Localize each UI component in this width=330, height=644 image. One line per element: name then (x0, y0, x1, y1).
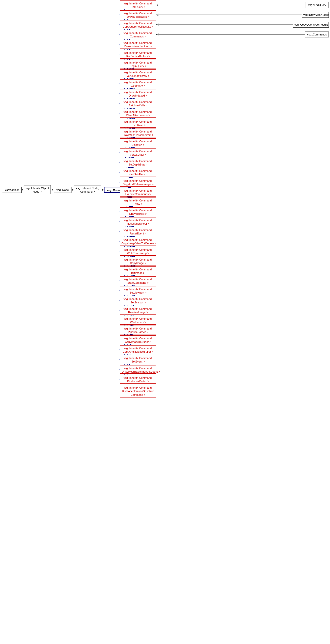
inherit-setdepthbias-box: vsg::Inherit< Command,SetDepthBias > (120, 158, 156, 167)
inherit-setevent-box: vsg::Inherit< Command,SetEvent > (120, 355, 156, 364)
inherit-resetquerypool-box: vsg::Inherit< Command,ResetQueryPool > (120, 217, 156, 226)
drawmeshtasks-label: vsg::DrawMeshTasks (302, 12, 329, 18)
vsg-node-node: vsg::Node (54, 187, 72, 193)
inherit-vertexdraw-box: vsg::Inherit< Command,VertexDraw > (120, 148, 156, 157)
inherit-tracerays-box: vsg::Inherit< Command,TraceRays > (120, 119, 156, 128)
inherit-drawindexedindirect-box: vsg::Inherit< Command,DrawIndexedIndirec… (120, 40, 156, 49)
inherit-vertexindexdraw-box: vsg::Inherit< Command,VertexIndexDraw > (120, 70, 156, 78)
inherit-copyquerypoolresults-box: vsg::Inherit< Command,CopyQueryPoolResul… (120, 20, 156, 29)
diagram-arrows (0, 0, 330, 644)
copyquerypoolresults-label: vsg::CopyQueryPoolResults (293, 22, 329, 28)
inherit-nextsubpass-box: vsg::Inherit< Command,NextSubPass > (120, 168, 156, 177)
inherit-copyandreleasebuffer-box: vsg::Inherit< Command,CopyAndReleaseBuff… (120, 345, 156, 354)
inherit-copyimageviewtowindow-box: vsg::Inherit< Command,CopyImageViewToWin… (120, 237, 156, 246)
inherit-commands-box: vsg::Inherit< Command,Commands > (120, 30, 156, 39)
diagram-container: vsg::Object vsg::Inherit< Object,Node > … (0, 0, 330, 644)
inherit-copyandreleaseimage-box: vsg::Inherit< Command,CopyAndReleaseImag… (120, 178, 156, 187)
inherit-buildaccelerationstructure-box: vsg::Inherit< Command,BuildAccelerationS… (120, 385, 156, 398)
inherit-clearattachments-box: vsg::Inherit< Command,ClearAttachments > (120, 109, 156, 118)
inherit-drawindirect-box: vsg::Inherit< Command,DrawIndirect > (120, 207, 156, 216)
inherit-object-node-node: vsg::Inherit< Object,Node > (24, 185, 51, 194)
inherit-drawindexed-box: vsg::Inherit< Command,DrawIndexed > (120, 89, 156, 98)
inherit-bindvertexbuffers-box: vsg::Inherit< Command,BindVertexBuffers … (120, 50, 156, 58)
inherit-resolveimage-box: vsg::Inherit< Command,ResolveImage > (120, 306, 156, 315)
inherit-writetimestamp-box: vsg::Inherit< Command,WriteTimestamp > (120, 247, 156, 256)
inherit-executecommands-box: vsg::Inherit< Command,ExecuteCommands > (120, 188, 156, 196)
inherit-dispatch-box: vsg::Inherit< Command,Dispatch > (120, 138, 156, 147)
inherit-setscissor-box: vsg::Inherit< Command,SetScissor > (120, 296, 156, 305)
inherit-blitimage-box: vsg::Inherit< Command,BlitImage > (120, 266, 156, 275)
inherit-resetevent-box: vsg::Inherit< Command,ResetEvent > (120, 227, 156, 236)
inherit-statecommand-box: vsg::Inherit< Command,StateCommand > (120, 276, 156, 285)
vsg-object-node: vsg::Object (2, 187, 22, 193)
inherit-setviewport-box: vsg::Inherit< Command,SetViewport > (120, 286, 156, 295)
inherit-drawmeshtasksindirectcount-box: vsg::Inherit< Command,DrawMeshTasksIndir… (120, 365, 156, 374)
inherit-drawmeshtasks-box: vsg::Inherit< Command,DrawMeshTasks > (120, 10, 156, 19)
inherit-setlinewidth-box: vsg::Inherit< Command,SetLineWidth > (120, 99, 156, 108)
endquery-label: vsg::EndQuery (305, 2, 329, 8)
inherit-draw-box: vsg::Inherit< Command,Draw > (120, 198, 156, 206)
inherit-drawmeshtasksindirect-box: vsg::Inherit< Command,DrawMeshTasksIndir… (120, 128, 156, 138)
inherit-node-command-node: vsg::Inherit< Node,Command > (74, 185, 101, 194)
inherit-beginquery-box: vsg::Inherit< Command,BeginQuery > (120, 60, 156, 68)
inherit-endquery-box: vsg::Inherit< Command,EndQuery > (120, 0, 156, 9)
commands-label: vsg::Commands (305, 32, 329, 38)
inherit-copyimage-box: vsg::Inherit< Command,CopyImage > (120, 256, 156, 266)
inherit-copyimagetobuffer-box: vsg::Inherit< Command,CopyImageToBuffer … (120, 336, 156, 344)
inherit-bindindexbuffer-box: vsg::Inherit< Command,BindIndexBuffer > (120, 375, 156, 384)
inherit-waitevents-box: vsg::Inherit< Command,WaitEvents > (120, 316, 156, 324)
inherit-geometry-box: vsg::Inherit< Command,Geometry > (120, 79, 156, 88)
inherit-pipelinebarrier-box: vsg::Inherit< Command,PipelineBarrier > (120, 326, 156, 334)
